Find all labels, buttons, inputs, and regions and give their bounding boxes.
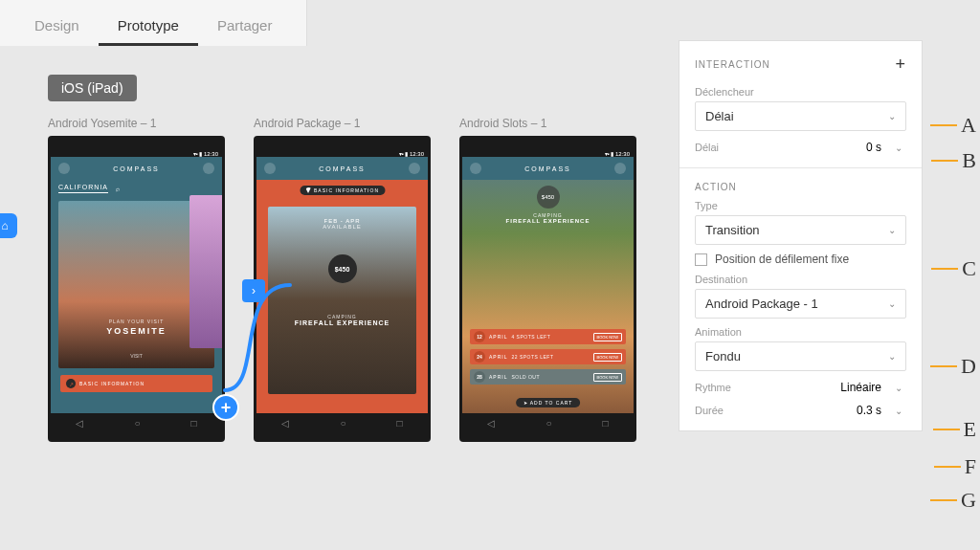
info-pill: BASIC INFORMATION xyxy=(300,186,385,195)
annotation-C: C xyxy=(931,256,976,281)
main-tabs: Design Prototype Partager xyxy=(0,0,307,46)
animation-select[interactable]: Fondu ⌄ xyxy=(695,341,906,371)
annotation-F: F xyxy=(934,454,976,479)
slot-row: 24 APRIL 22 SPOTS LEFT BOOK NOW xyxy=(470,349,626,364)
annotation-D: D xyxy=(930,354,976,379)
phone-frame: ▾▪ ▮ 12:30 COMPASS BASIC INFORMATION FEB… xyxy=(254,136,431,442)
chevron-down-icon[interactable]: ⌄ xyxy=(895,143,902,153)
artboard-label: Android Slots – 1 xyxy=(459,117,636,130)
artboard-yosemite[interactable]: Android Yosemite – 1 ▾▪ ▮ 12:30 COMPASS … xyxy=(48,117,225,442)
app-title: COMPASS xyxy=(113,165,160,172)
artboard-label: Android Package – 1 xyxy=(254,117,431,130)
slot-row: 12 APRIL 4 SPOTS LEFT BOOK NOW xyxy=(470,329,626,344)
duration-value[interactable]: 0.3 s xyxy=(857,404,881,417)
delay-value[interactable]: 0 s xyxy=(866,141,881,154)
destination-label: Destination xyxy=(695,274,906,285)
tab-prototype[interactable]: Prototype xyxy=(99,8,198,46)
delay-label: Délai xyxy=(695,142,719,153)
duration-label: Durée xyxy=(695,405,724,416)
interaction-panel: INTERACTION + Déclencheur Délai ⌄ Délai … xyxy=(679,40,923,431)
slots-list: 12 APRIL 4 SPOTS LEFT BOOK NOW 24 APRIL … xyxy=(470,329,626,385)
type-label: Type xyxy=(695,200,906,211)
price-badge: $450 xyxy=(537,186,560,209)
chevron-down-icon: ⌄ xyxy=(888,351,896,362)
trigger-label: Déclencheur xyxy=(695,86,906,98)
type-select[interactable]: Transition ⌄ xyxy=(695,215,906,245)
chevron-down-icon[interactable]: ⌄ xyxy=(895,383,902,393)
tab-design[interactable]: Design xyxy=(15,8,99,46)
price-badge: $450 xyxy=(328,254,357,283)
artboard-slots[interactable]: Android Slots – 1 ▾▪ ▮ 12:30 COMPASS $45… xyxy=(459,117,636,442)
home-indicator-icon[interactable]: ⌂ xyxy=(0,213,17,238)
annotation-B: B xyxy=(931,148,976,173)
artboard-package[interactable]: Android Package – 1 ▾▪ ▮ 12:30 COMPASS B… xyxy=(254,117,431,442)
phone-frame: ▾▪ ▮ 12:30 COMPASS CALIFORNIA ⌕ PLAN YOU… xyxy=(48,136,225,442)
slot-row: 28 APRIL SOLD OUT BOOK NOW xyxy=(470,369,626,385)
destination-select[interactable]: Android Package - 1 ⌄ xyxy=(695,289,906,319)
subheader: CALIFORNIA xyxy=(58,184,108,193)
connector-plus-icon[interactable]: + xyxy=(212,394,239,421)
chevron-down-icon: ⌄ xyxy=(888,298,896,309)
panel-title: INTERACTION xyxy=(695,59,770,70)
add-interaction-icon[interactable]: + xyxy=(895,55,906,75)
checkbox-icon xyxy=(695,253,707,266)
side-card xyxy=(189,195,222,348)
trigger-select[interactable]: Délai ⌄ xyxy=(695,101,906,131)
phone-frame: ▾▪ ▮ 12:30 COMPASS $450 CAMPING FIREFALL… xyxy=(459,136,636,442)
action-header: ACTION xyxy=(695,182,737,192)
package-card: FEB - APR AVAILABLE $450 CAMPING FIREFAL… xyxy=(268,207,416,394)
annotation-E: E xyxy=(933,417,976,442)
chevron-down-icon: ⌄ xyxy=(888,225,896,235)
annotation-G: G xyxy=(930,488,976,513)
artboard-label: Android Yosemite – 1 xyxy=(48,117,225,130)
easing-value[interactable]: Linéaire xyxy=(840,381,881,394)
chevron-down-icon[interactable]: ⌄ xyxy=(895,406,902,416)
search-icon: ⌕ xyxy=(116,186,121,192)
chevron-down-icon: ⌄ xyxy=(888,111,896,121)
easing-label: Rythme xyxy=(695,382,731,393)
fixed-scroll-checkbox[interactable]: Position de défilement fixe xyxy=(695,253,906,266)
tab-share[interactable]: Partager xyxy=(198,8,292,46)
animation-label: Animation xyxy=(695,326,906,338)
annotation-A: A xyxy=(930,113,976,138)
connector-arrow-icon[interactable]: › xyxy=(242,279,265,302)
add-to-cart: ➤ ADD TO CART xyxy=(516,398,581,407)
device-badge[interactable]: iOS (iPad) xyxy=(48,75,137,101)
info-bar: ↗ BASIC INFORMATION xyxy=(60,375,212,392)
